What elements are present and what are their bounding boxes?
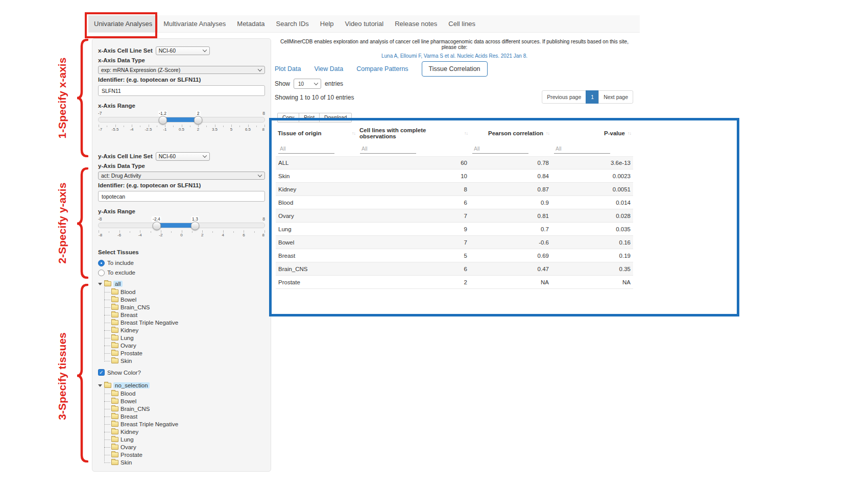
tree-item-prostate[interactable]: Prostate: [111, 451, 265, 458]
tree-item-breast[interactable]: Breast: [111, 412, 265, 420]
nav-tab-release-notes[interactable]: Release notes: [389, 15, 443, 32]
annotation-step2-label: 2-Specify y-axis: [56, 183, 68, 264]
tree-item-ovary[interactable]: Ovary: [111, 341, 265, 349]
tree-item-kidney[interactable]: Kidney: [111, 428, 265, 435]
annotation-brace-3: [76, 284, 88, 462]
show-color-label: Show Color?: [107, 370, 141, 376]
table-row-kidney[interactable]: Kidney80.870.0051: [276, 183, 633, 196]
folder-icon: [111, 343, 118, 348]
nav-tab-search-ids[interactable]: Search IDs: [271, 15, 315, 32]
tree-item-skin[interactable]: Skin: [111, 357, 265, 364]
y-axis-range-slider[interactable]: -88-2.41.3-8-6-4-202468: [98, 216, 265, 240]
copy-button[interactable]: Copy: [277, 113, 299, 123]
column-filter-input-pearson-correlation[interactable]: [472, 143, 528, 154]
table-row-brain-cns[interactable]: Brain_CNS60.470.35: [276, 262, 633, 276]
citation-link[interactable]: Luna A, Elloumi F, Varma S et al. Nuclei…: [275, 53, 634, 59]
entries-count-select[interactable]: 10: [294, 79, 321, 89]
next-page-button[interactable]: Next page: [598, 90, 633, 104]
table-row-bowel[interactable]: Bowel7-0.60.16: [276, 236, 633, 249]
tree-item-brain-cns[interactable]: Brain_CNS: [111, 303, 265, 311]
tree-item-skin[interactable]: Skin: [111, 458, 265, 466]
slider-handle-from[interactable]: [158, 116, 167, 125]
show-color-row: ✓ Show Color?: [98, 369, 265, 376]
tree-item-bowel[interactable]: Bowel: [111, 296, 265, 303]
tree-item-prostate[interactable]: Prostate: [111, 349, 265, 357]
slider-track[interactable]: [98, 117, 265, 123]
slider-handle-to[interactable]: [194, 116, 203, 125]
x-axis-cell-line-set-select[interactable]: NCI-60: [156, 46, 210, 55]
table-row-skin[interactable]: Skin100.840.0023: [276, 169, 633, 183]
table-row-breast[interactable]: Breast50.690.19: [276, 249, 633, 262]
table-row-lung[interactable]: Lung90.70.035: [276, 223, 633, 236]
x-axis-identifier-input[interactable]: [98, 85, 265, 96]
slider-handle-from[interactable]: [152, 222, 161, 230]
tree-item-bowel[interactable]: Bowel: [111, 397, 265, 405]
table-row-prostate[interactable]: Prostate2NANA: [276, 276, 633, 289]
page-1-button[interactable]: 1: [586, 90, 599, 104]
cell-cell-lines-with-complete-observations: 6: [357, 266, 470, 272]
tree-item-kidney[interactable]: Kidney: [111, 326, 265, 334]
table-row-ovary[interactable]: Ovary70.810.028: [276, 209, 633, 223]
tree-item-lung[interactable]: Lung: [111, 435, 265, 443]
tree-item-breast-triple-negative[interactable]: Breast Triple Negative: [111, 319, 265, 326]
nav-tab-help[interactable]: Help: [315, 15, 340, 32]
table-row-all[interactable]: ALL600.783.6e-13: [276, 156, 633, 169]
y-axis-identifier-input[interactable]: [98, 191, 265, 202]
slider-track[interactable]: [98, 223, 265, 228]
citation-block: CellMinerCDB enables exploration and ana…: [275, 39, 634, 59]
tree-expand-icon[interactable]: [98, 384, 102, 387]
tree-root-all[interactable]: all: [98, 280, 265, 288]
tree-item-breast-triple-negative[interactable]: Breast Triple Negative: [111, 420, 265, 428]
tree-item-blood[interactable]: Blood: [111, 288, 265, 296]
cell-tissue-of-origin: Lung: [276, 226, 357, 232]
tree-item-lung[interactable]: Lung: [111, 334, 265, 341]
table-row-blood[interactable]: Blood60.90.014: [276, 196, 633, 209]
download-button[interactable]: Download: [319, 113, 352, 123]
folder-icon: [111, 289, 118, 295]
x-axis-range-label: x-Axis Range: [98, 103, 265, 110]
y-axis-range-label: y-Axis Range: [98, 208, 265, 215]
radio-to-exclude[interactable]: [98, 270, 105, 276]
cell-cell-lines-with-complete-observations: 10: [357, 173, 470, 179]
nav-tab-cell-lines[interactable]: Cell lines: [443, 15, 481, 32]
tree-item-ovary[interactable]: Ovary: [111, 443, 265, 451]
tree-item-blood[interactable]: Blood: [111, 389, 265, 397]
slider-selected-range: [157, 223, 195, 228]
nav-tab-video-tutorial[interactable]: Video tutorial: [340, 15, 390, 32]
tab-view-data[interactable]: View Data: [314, 65, 343, 72]
slider-max-label: 8: [262, 216, 265, 222]
y-axis-data-type-select[interactable]: act: Drug Activity: [98, 172, 265, 180]
y-axis-cell-line-set-select[interactable]: NCI-60: [156, 152, 210, 161]
tissue-color-tree: no_selectionBloodBowelBrain_CNSBreastBre…: [98, 381, 265, 466]
radio-label: To exclude: [107, 270, 135, 276]
column-header-cell-lines-with-complete-observations[interactable]: Cell lines with complete observations↑↓: [357, 127, 470, 139]
tree-item-label: Bowel: [120, 398, 136, 404]
tab-compare-patterns[interactable]: Compare Patterns: [356, 65, 408, 72]
x-axis-range-slider[interactable]: -78-1.22-7-5.5-4-2.5-10.523.556.58: [98, 111, 265, 134]
column-filter-input-cell-lines-with-complete-observations[interactable]: [360, 143, 416, 154]
print-button[interactable]: Print: [299, 113, 320, 123]
tree-item-breast[interactable]: Breast: [111, 311, 265, 319]
tree-expand-icon[interactable]: [98, 283, 102, 285]
slider-handle-to[interactable]: [190, 222, 199, 230]
column-filter-input-tissue-of-origin[interactable]: [278, 143, 334, 154]
x-axis-data-type-select[interactable]: exp: mRNA Expression (Z-Score): [98, 66, 265, 74]
tree-item-label: Skin: [120, 459, 132, 466]
tab-plot-data[interactable]: Plot Data: [275, 65, 301, 72]
tree-root-no-selection[interactable]: no_selection: [98, 381, 265, 389]
column-header-pearson-correlation[interactable]: Pearson correlation↑↓: [470, 130, 551, 136]
slider-to-label: 2: [196, 111, 201, 116]
nav-tab-metadata[interactable]: Metadata: [231, 15, 270, 32]
tree-item-brain-cns[interactable]: Brain_CNS: [111, 405, 265, 412]
tab-tissue-correlation[interactable]: Tissue Correlation: [422, 61, 488, 77]
cell-tissue-of-origin: Blood: [276, 200, 357, 206]
column-header-p-value[interactable]: P-value↑↓: [551, 130, 633, 136]
nav-tab-multivariate-analyses[interactable]: Multivariate Analyses: [158, 15, 231, 32]
show-color-checkbox[interactable]: ✓: [98, 369, 105, 376]
tree-item-label: Blood: [120, 391, 135, 397]
column-header-tissue-of-origin[interactable]: Tissue of origin↑↓: [276, 130, 357, 136]
column-filter-input-p-value[interactable]: [554, 143, 610, 154]
radio-to-include[interactable]: [98, 260, 105, 266]
filter-cell: [276, 143, 357, 154]
previous-page-button[interactable]: Previous page: [542, 90, 586, 104]
